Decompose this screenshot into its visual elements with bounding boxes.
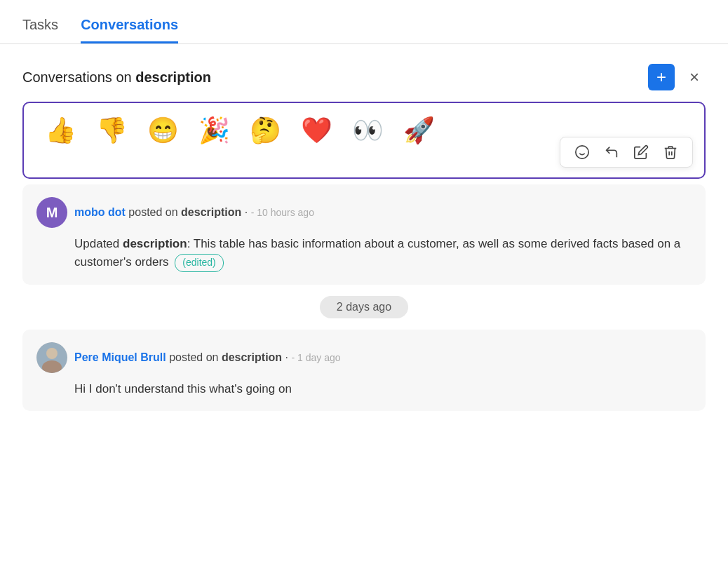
tabs-container: Tasks Conversations (0, 0, 728, 44)
message-meta-1: mobo dot posted on description · - 10 ho… (74, 206, 314, 219)
username-pere[interactable]: Pere Miquel Brull (74, 351, 166, 363)
trash-svg (663, 144, 678, 160)
tab-conversations[interactable]: Conversations (81, 17, 178, 43)
emoji-eyes[interactable]: 👀 (342, 113, 393, 148)
date-separator: 2 days ago (22, 296, 706, 318)
timestamp-2: - 1 day ago (291, 352, 340, 363)
title-field: description (135, 69, 211, 85)
emoji-party[interactable]: 🎉 (189, 113, 240, 148)
body-field-1: description (123, 237, 187, 250)
emoji-rocket[interactable]: 🚀 (393, 113, 445, 148)
message-header-2: Pere Miquel Brull posted on description … (36, 342, 692, 373)
add-conversation-button[interactable]: + (648, 64, 675, 90)
emoji-heart[interactable]: ❤️ (291, 113, 342, 148)
conversations-header: Conversations on description + × (22, 64, 706, 90)
close-button[interactable]: × (683, 66, 706, 88)
message-meta-2: Pere Miquel Brull posted on description … (74, 351, 341, 364)
reply-action-icon[interactable] (597, 142, 626, 163)
timestamp-1: - 10 hours ago (251, 207, 314, 218)
svg-point-0 (576, 146, 588, 158)
emoji-popup: 👍 👎 😁 🎉 🤔 ❤️ 👀 🚀 (22, 102, 706, 179)
title-prefix: Conversations on (22, 69, 135, 85)
emoji-thinking[interactable]: 🤔 (240, 113, 291, 148)
tab-tasks[interactable]: Tasks (22, 17, 58, 43)
avatar-person-svg (36, 342, 67, 373)
svg-point-3 (46, 348, 58, 359)
action-icons-popup (560, 137, 693, 168)
conversation-item-1: M mobo dot posted on description · - 10 … (22, 184, 706, 285)
body-text-2: Hi I don't understand this what's going … (74, 382, 292, 395)
context-2: posted on (169, 351, 222, 363)
conversations-title: Conversations on description (22, 69, 211, 86)
conversation-item-2: Pere Miquel Brull posted on description … (22, 330, 706, 411)
avatar-mobo: M (36, 197, 67, 228)
message-body-2: Hi I don't understand this what's going … (74, 380, 692, 398)
react-icon[interactable] (567, 142, 597, 163)
emoji-thumbsdown[interactable]: 👎 (86, 113, 137, 148)
delete-action-icon[interactable] (656, 142, 685, 163)
reply-svg (604, 144, 619, 160)
field-1: description (181, 206, 241, 218)
avatar-pere (36, 342, 67, 373)
edited-badge-1: (edited) (175, 254, 223, 272)
date-badge: 2 days ago (320, 296, 408, 318)
dot-1: · (245, 206, 251, 218)
emoji-grin[interactable]: 😁 (137, 113, 189, 148)
main-content: Conversations on description + × 👍 👎 😁 🎉… (0, 44, 728, 442)
username-mobo[interactable]: mobo dot (74, 206, 126, 218)
message-body-1: Updated description: This table has basi… (74, 235, 692, 272)
edit-action-icon[interactable] (626, 142, 656, 163)
svg-point-4 (42, 360, 62, 373)
field-2: description (222, 351, 282, 363)
context-1: posted on (128, 206, 181, 218)
emoji-thumbsup[interactable]: 👍 (35, 113, 86, 148)
edit-svg (633, 144, 649, 160)
header-actions: + × (648, 64, 706, 90)
smiley-svg (574, 144, 590, 160)
message-header-1: M mobo dot posted on description · - 10 … (36, 197, 692, 228)
